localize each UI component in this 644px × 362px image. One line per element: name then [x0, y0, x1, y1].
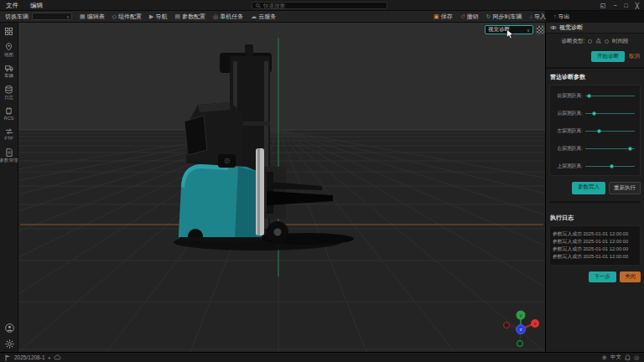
menu-bar: 文件 编辑 快速搜索 ◱ − □ ╳ [0, 0, 644, 11]
help-icon[interactable]: ◎ [634, 354, 639, 361]
language-switcher[interactable]: 中文 [610, 354, 621, 361]
slider-handle[interactable] [628, 147, 632, 151]
save-button[interactable]: ▣ 保存 [434, 13, 453, 21]
document-icon [6, 148, 13, 157]
chip-icon [5, 107, 13, 115]
toolbar-button-edit-table[interactable]: ▦ 编辑表 [80, 13, 105, 21]
sync-to-vehicle-button[interactable]: ↻ 同步到车辆 [486, 13, 522, 21]
import-button[interactable]: ↓ 导入 [529, 13, 546, 21]
toolbar-button-label: 参数配置 [182, 13, 205, 21]
maximize-icon[interactable]: □ [625, 0, 628, 11]
rerun-button[interactable]: 重新执行 [609, 182, 641, 194]
menu-edit[interactable]: 编辑 [24, 0, 49, 11]
right-distance-slider[interactable] [585, 146, 635, 153]
slider-label: 上探测距离: [555, 163, 585, 170]
menu-file[interactable]: 文件 [0, 0, 24, 11]
close-button[interactable]: 关闭 [620, 272, 641, 282]
search-placeholder: 快速搜索 [263, 3, 285, 9]
gear-icon[interactable] [5, 339, 14, 349]
radar-buttons: 参数写入 重新执行 [549, 182, 641, 203]
minimize-icon[interactable]: − [613, 0, 616, 11]
slider-handle[interactable] [597, 129, 601, 133]
toolbar-button-cloud-service[interactable]: ☁ 云服务 [251, 13, 276, 21]
chevron-down-icon[interactable]: ▾ [49, 355, 51, 360]
undo-button[interactable]: ↺ 撤销 [460, 13, 479, 21]
user-avatar-icon[interactable] [5, 323, 14, 333]
log-entry: 参数写入成功 2025-01-01 12:00:00 [553, 238, 637, 246]
3d-viewport[interactable]: 视觉诊断 ∨ y x z [18, 23, 545, 352]
execution-log-title: 执行日志 [546, 209, 644, 225]
slider-label: 左探测距离: [555, 127, 585, 135]
toolbar-button-label: 单机任务 [220, 13, 243, 21]
component-icon: ◇ [112, 13, 117, 20]
toolbar-button-label: 组件配置 [118, 13, 142, 21]
toolbar-button-single-task[interactable]: ◎ 单机任务 [213, 13, 243, 21]
sidebar-item-label: FTP [4, 136, 13, 141]
sidebar-item-param-management[interactable]: 参数管理 [0, 148, 18, 163]
vehicle-select[interactable]: ∨ [32, 13, 72, 20]
sidebar-item-label: 参数管理 [0, 158, 18, 163]
slider-label: 右探测距离: [555, 145, 585, 153]
slider-handle[interactable] [587, 94, 591, 98]
search-input[interactable]: 快速搜索 [252, 2, 387, 9]
visual-diagnosis-panel: 视觉诊断 诊断类型: 点 时间段 开始诊断 取消 雷达诊断参数 前探测距离: 后… [545, 23, 644, 352]
apps-grid-icon [5, 28, 13, 35]
cancel-link[interactable]: 取消 [629, 53, 640, 60]
mouse-cursor [506, 29, 514, 39]
task-icon: ◎ [213, 13, 218, 20]
chevron-down-icon: ∨ [527, 28, 530, 33]
axis-neg-y[interactable] [517, 341, 523, 347]
axis-x-label: x [534, 321, 537, 326]
execution-log-list[interactable]: 参数写入成功 2025-01-01 12:00:00 参数写入成功 2025-0… [549, 225, 641, 266]
sidebar-item-logs[interactable]: 日志 [0, 85, 18, 100]
start-diagnosis-button[interactable]: 开始诊断 [591, 51, 625, 62]
slider-handle[interactable] [592, 111, 596, 116]
close-icon[interactable]: ╳ [636, 0, 639, 11]
toolbar-button-component-config[interactable]: ◇ 组件配置 [112, 13, 142, 21]
radio-time-range[interactable] [605, 39, 609, 44]
sidebar-item-map[interactable]: 地图 [0, 43, 18, 57]
sidebar-item-apps[interactable] [0, 28, 18, 35]
export-icon: ↑ [553, 13, 557, 19]
left-sidebar: 地图 车辆 日志 RCS FTP [0, 23, 18, 352]
toolbar-button-label: 导航 [155, 13, 167, 21]
current-map-label[interactable]: 2025/1208-1 [14, 354, 45, 360]
slider-label: 后探测距离: [555, 110, 585, 117]
sidebar-item-rcs[interactable]: RCS [0, 107, 18, 121]
save-label: 保存 [441, 13, 453, 21]
axis-neg-x[interactable] [504, 323, 510, 328]
toolbar-button-param-config[interactable]: ▤ 参数配置 [174, 13, 205, 21]
axis-gizmo[interactable]: y x z [499, 306, 543, 349]
sidebar-item-label: RCS [4, 116, 14, 121]
sync-icon: ↻ [486, 13, 491, 20]
bell-icon[interactable] [625, 354, 631, 361]
restore-icon[interactable]: ◱ [600, 0, 606, 11]
globe-icon: ⊕ [602, 354, 607, 361]
status-right: ⊕ 中文 ◎ [602, 354, 639, 361]
left-distance-slider[interactable] [585, 128, 635, 135]
diagnosis-type-label: 诊断类型: [562, 38, 585, 45]
radio-point[interactable] [588, 39, 592, 44]
undo-icon: ↺ [460, 13, 465, 20]
sidebar-item-vehicle[interactable]: 车辆 [0, 65, 18, 78]
cloud-sync-icon[interactable] [54, 354, 61, 360]
grid-toggle-button[interactable] [536, 25, 545, 34]
export-button[interactable]: ↑ 导出 [553, 13, 570, 21]
write-params-button[interactable]: 参数写入 [572, 182, 605, 194]
table-icon: ▦ [80, 13, 86, 20]
window-controls: ◱ − □ ╳ [600, 0, 639, 11]
slider-row-front: 前探测距离: [555, 92, 635, 100]
radar-sliders: 前探测距离: 后探测距离: 左探测距离: 右探测距离: 上探测距离: [549, 85, 641, 176]
sidebar-item-ftp[interactable]: FTP [0, 128, 18, 141]
toolbar-button-navigation[interactable]: ▶ 导航 [149, 13, 167, 21]
up-distance-slider[interactable] [585, 163, 635, 170]
log-entry: 参数写入成功 2025-01-01 12:00:00 [553, 246, 637, 253]
slider-handle[interactable] [610, 164, 614, 168]
slider-row-left: 左探测距离: [555, 127, 635, 135]
next-step-button[interactable]: 下一步 [589, 272, 617, 282]
front-distance-slider[interactable] [585, 93, 635, 100]
rear-distance-slider[interactable] [585, 111, 635, 117]
sidebar-item-label: 地图 [4, 52, 13, 57]
slider-row-rear: 后探测距离: [555, 110, 635, 117]
toolbar-actions: ▣ 保存 ↺ 撤销 ↻ 同步到车辆 ↓ 导入 ↑ 导出 [434, 11, 569, 22]
